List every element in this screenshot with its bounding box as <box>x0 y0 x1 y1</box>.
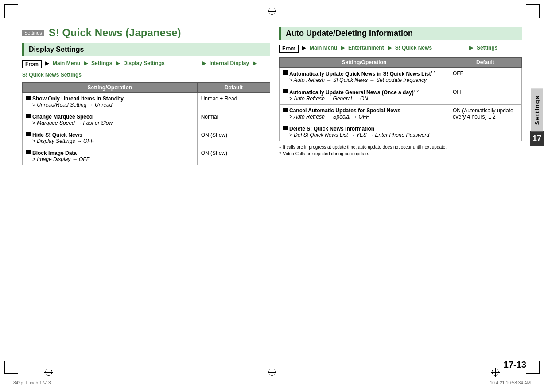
right-table-cell-default: ON (Automatically update every 4 hours) … <box>449 105 521 123</box>
right-table-row: Automatically Update General News (Once … <box>280 86 522 105</box>
right-arrow3: ▶ <box>388 45 392 51</box>
footnotes: 1If calls are in progress at update time… <box>279 145 522 158</box>
setting-name: Show Only Unread Items in Standby <box>32 96 124 102</box>
setting-name: Cancel Automatic Updates for Special New… <box>289 108 400 114</box>
crosshair-bottom-center <box>268 368 276 377</box>
footnote-text: If calls are in progress at update time,… <box>283 145 447 150</box>
right-table-row: Delete S! Quick News Information> Del S!… <box>280 123 522 141</box>
right-table-cell-operation: Automatically Update Quick News in S! Qu… <box>280 68 449 86</box>
left-table-row: Show Only Unread Items in Standby> Unrea… <box>23 93 270 111</box>
right-table-cell-default: – <box>449 123 521 141</box>
row-text: Block Image Data> Image Display → OFF <box>32 150 194 162</box>
left-table-cell-operation: Block Image Data> Image Display → OFF <box>23 147 198 165</box>
left-section-header: Display Settings <box>22 43 270 56</box>
crosshair-bottom-right <box>491 368 500 377</box>
setting-name: Delete S! Quick News Information <box>289 126 374 132</box>
right-nav-entertainment: Entertainment <box>348 45 384 51</box>
footnote-item: 1If calls are in progress at update time… <box>279 145 522 150</box>
right-nav-quick-news: S! Quick News <box>395 45 432 51</box>
left-from-row: From ▶ Main Menu ▶ Settings ▶ Display Se… <box>22 60 270 78</box>
setting-sub: > Auto Refresh → S! Quick News → Set upd… <box>289 77 427 83</box>
right-nav-settings: Settings <box>477 45 497 51</box>
crosshair-bottom-left <box>44 368 53 377</box>
right-table-cell-operation: Cancel Automatic Updates for Special New… <box>280 105 449 123</box>
left-table-cell-operation: Show Only Unread Items in Standby> Unrea… <box>23 93 198 111</box>
right-sidebar: Settings 17 <box>530 88 544 146</box>
right-from-box: From <box>279 45 299 53</box>
right-nav-main-menu: Main Menu <box>310 45 337 51</box>
left-arrow3: ▶ <box>116 60 120 66</box>
content-area: Settings S! Quick News (Japanese) Displa… <box>22 27 522 165</box>
row-text: Hide S! Quick News> Display Settings → O… <box>32 132 194 144</box>
setting-name: Change Marquee Speed <box>32 114 93 120</box>
bullet-square <box>283 126 288 130</box>
footnote-text: Video Calls are rejected during auto upd… <box>283 151 369 157</box>
setting-sub: > Display Settings → OFF <box>32 138 94 144</box>
setting-name: Automatically Update General News (Once … <box>289 89 419 96</box>
right-from-row: From ▶ Main Menu ▶ Entertainment ▶ S! Qu… <box>279 45 522 53</box>
setting-sub: > Unread/Read Setting → Unread <box>32 102 112 108</box>
footer-left: 842p_E.indb 17-13 <box>13 380 51 385</box>
right-table-cell-operation: Automatically Update General News (Once … <box>280 86 449 105</box>
right-table-row: Automatically Update Quick News in S! Qu… <box>280 68 522 86</box>
left-table-header-default: Default <box>197 83 270 93</box>
left-table-row: Block Image Data> Image Display → OFFON … <box>23 147 270 165</box>
left-table-cell-default: ON (Show) <box>197 147 270 165</box>
setting-name: Automatically Update Quick News in S! Qu… <box>289 71 436 77</box>
footer: 842p_E.indb 17-13 10.4.21 10:58:34 AM <box>13 380 531 385</box>
bullet-square <box>26 114 31 118</box>
left-arrow2: ▶ <box>84 60 88 66</box>
right-table-cell-default: OFF <box>449 86 521 105</box>
left-column: Settings S! Quick News (Japanese) Displa… <box>22 27 270 165</box>
left-table-cell-default: ON (Show) <box>197 129 270 147</box>
left-arrow5: ▶ <box>253 60 256 66</box>
right-table-cell-operation: Delete S! Quick News Information> Del S!… <box>280 123 449 141</box>
bullet-square <box>283 108 288 112</box>
row-text: Cancel Automatic Updates for Special New… <box>289 108 445 120</box>
sidebar-number: 17 <box>530 131 544 146</box>
left-nav-main-menu: Main Menu <box>53 60 80 66</box>
footnote-number: 2 <box>279 151 281 157</box>
right-section-header: Auto Update/Deleting Information <box>279 27 522 40</box>
corner-mark-tr <box>526 4 540 18</box>
right-settings-table: Setting/Operation Default Automatically … <box>279 57 522 141</box>
corner-mark-bl <box>4 361 18 374</box>
page-container: Settings 17 Settings S! Quick News (Japa… <box>0 0 544 392</box>
page-title: S! Quick News (Japanese) <box>49 27 181 39</box>
footnote-number: 1 <box>279 145 281 150</box>
bullet-square <box>26 96 31 100</box>
setting-name: Hide S! Quick News <box>32 132 82 138</box>
setting-sub: > Auto Refresh → General → ON <box>289 96 368 102</box>
footnote-item: 2Video Calls are rejected during auto up… <box>279 151 522 157</box>
left-table-cell-default: Normal <box>197 111 270 129</box>
left-table-header-operation: Setting/Operation <box>23 83 198 93</box>
settings-badge: Settings <box>22 30 44 36</box>
left-table-row: Change Marquee Speed> Marquee Speed → Fa… <box>23 111 270 129</box>
left-table-cell-default: Unread + Read <box>197 93 270 111</box>
row-text: Show Only Unread Items in Standby> Unrea… <box>32 96 194 108</box>
footer-right: 10.4.21 10:58:34 AM <box>490 380 531 385</box>
left-table-cell-operation: Hide S! Quick News> Display Settings → O… <box>23 129 198 147</box>
right-table-header-default: Default <box>449 58 521 68</box>
right-table-header-operation: Setting/Operation <box>280 58 449 68</box>
corner-mark-tl <box>4 4 18 18</box>
setting-sub: > Del S! Quick News List → YES → Enter P… <box>289 132 429 138</box>
row-text: Delete S! Quick News Information> Del S!… <box>289 126 445 138</box>
right-table-row: Cancel Automatic Updates for Special New… <box>280 105 522 123</box>
sidebar-settings-text: Settings <box>531 88 543 131</box>
bullet-square <box>26 132 31 136</box>
bullet-square <box>26 150 31 154</box>
left-settings-table: Setting/Operation Default Show Only Unre… <box>22 82 270 165</box>
left-arrow4: ▶ <box>202 60 206 66</box>
setting-sub: > Auto Refresh → Special → OFF <box>289 114 369 120</box>
bullet-square <box>283 70 288 75</box>
corner-mark-br <box>526 361 540 374</box>
left-nav-display: Display Settings <box>123 60 164 66</box>
bullet-square <box>283 89 288 93</box>
row-text: Automatically Update General News (Once … <box>289 89 445 102</box>
right-arrow4: ▶ <box>469 45 473 51</box>
setting-sub: > Image Display → OFF <box>32 156 89 162</box>
left-section-title: Display Settings <box>29 46 84 53</box>
left-nav-internal: Internal Display <box>210 60 249 66</box>
crosshair-top <box>268 7 276 15</box>
